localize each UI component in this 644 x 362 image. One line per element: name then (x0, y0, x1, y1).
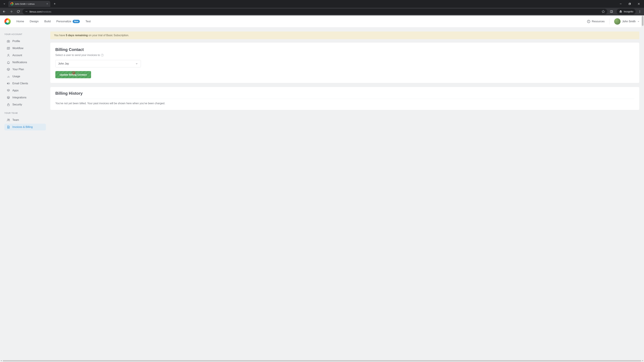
sidebar-item-notifications[interactable]: Notifications (4, 59, 46, 66)
svg-rect-2 (629, 3, 630, 5)
banner-prefix: You have (54, 34, 66, 37)
svg-point-24 (8, 41, 9, 42)
info-icon (587, 20, 590, 23)
site-info-icon[interactable] (25, 10, 28, 13)
minimize-button[interactable] (617, 1, 624, 6)
sidebar-item-team[interactable]: Team (4, 117, 46, 123)
bell-icon (7, 61, 10, 64)
bookmark-star-icon[interactable] (602, 10, 605, 13)
tab-bar: John Smith > Litmus × + (0, 0, 644, 8)
url-bar[interactable]: litmus.com/invoices (22, 9, 607, 14)
user-menu[interactable]: John Smith (614, 18, 640, 25)
chevron-down-icon (135, 62, 138, 65)
svg-marker-11 (602, 10, 605, 13)
sidebar-item-label: Workflow (12, 47, 24, 50)
svg-point-8 (26, 11, 26, 12)
side-panel-icon[interactable] (608, 9, 614, 14)
sidebar: YOUR ACCOUNT Profile Workflow Account No… (0, 27, 50, 360)
trial-banner: You have 5 days remaining on your trial … (50, 31, 639, 39)
sidebar-item-label: Your Plan (12, 68, 24, 71)
svg-marker-35 (7, 89, 10, 91)
sidebar-item-apps[interactable]: Apps (4, 87, 46, 94)
avatar (614, 18, 620, 25)
forward-button[interactable] (8, 9, 14, 14)
sidebar-item-label: Security (12, 103, 22, 106)
sidebar-item-security[interactable]: Security (4, 101, 46, 108)
sidebar-item-your-plan[interactable]: Your Plan (4, 66, 46, 73)
incognito-icon (619, 10, 622, 13)
resources-link[interactable]: Resources (587, 20, 604, 23)
bar-chart-icon (7, 75, 10, 78)
update-billing-contact-button[interactable]: Update Billing Contact (55, 71, 91, 78)
camera-icon (7, 39, 10, 43)
svg-rect-37 (8, 104, 10, 106)
sidebar-item-profile[interactable]: Profile (4, 38, 46, 44)
nav-personalize[interactable]: Personalize New (56, 20, 80, 23)
sidebar-item-label: Invoices & Billing (12, 125, 33, 129)
svg-marker-36 (7, 96, 10, 98)
box-icon (7, 68, 10, 71)
sidebar-item-email-clients[interactable]: Email Clients (4, 80, 46, 87)
vertical-scrollbar[interactable] (641, 15, 644, 360)
nav-build[interactable]: Build (44, 20, 51, 23)
sidebar-item-account[interactable]: Account (4, 52, 46, 59)
chrome-menu-icon[interactable] (637, 9, 643, 14)
user-name-label: John Smith (622, 20, 636, 23)
app-nav: Home Design Build Personalize New Test (16, 20, 91, 23)
badge-new: New (72, 20, 80, 23)
svg-rect-12 (610, 10, 613, 12)
user-icon (7, 54, 10, 57)
svg-point-15 (620, 12, 620, 13)
toggle-icon (7, 82, 10, 85)
billing-contact-card: Billing Contact Select a user to send yo… (50, 42, 639, 83)
svg-rect-14 (620, 11, 622, 11)
sidebar-group-account: YOUR ACCOUNT (4, 33, 46, 35)
tab-search-dropdown[interactable] (1, 1, 8, 7)
billing-history-title: Billing History (55, 91, 634, 96)
svg-point-20 (640, 12, 640, 13)
incognito-badge[interactable]: Incognito (617, 9, 636, 14)
page-viewport: Home Design Build Personalize New Test R… (0, 15, 644, 360)
incognito-label: Incognito (624, 10, 633, 13)
layers-icon (7, 96, 10, 99)
tab-favicon (10, 2, 14, 5)
sidebar-item-label: Account (12, 54, 22, 57)
resources-label: Resources (592, 20, 604, 23)
horizontal-scrollbar[interactable] (0, 360, 644, 362)
tab-close-icon[interactable]: × (46, 2, 48, 5)
app-body: YOUR ACCOUNT Profile Workflow Account No… (0, 27, 644, 360)
billing-contact-select[interactable]: John Jay (55, 60, 141, 67)
help-icon[interactable]: ? (101, 54, 104, 56)
svg-point-16 (621, 12, 622, 13)
svg-point-23 (589, 21, 589, 21)
users-icon (7, 118, 10, 122)
billing-history-card: Billing History You've not yet been bill… (50, 87, 639, 110)
sidebar-item-workflow[interactable]: Workflow (4, 45, 46, 52)
new-tab-button[interactable]: + (52, 1, 57, 6)
chevron-down-icon (637, 20, 640, 23)
banner-suffix: on your trial of Basic Subscription. (88, 34, 129, 37)
back-button[interactable] (1, 9, 7, 14)
billing-contact-subtitle: Select a user to send your invoices to ? (55, 54, 634, 57)
sidebar-group-team: YOUR TEAM (4, 112, 46, 114)
nav-test[interactable]: Test (86, 20, 91, 23)
sidebar-item-usage[interactable]: Usage (4, 73, 46, 80)
nav-home[interactable]: Home (16, 20, 24, 23)
nav-design[interactable]: Design (30, 20, 38, 23)
close-window-button[interactable] (635, 1, 643, 6)
billing-history-body: You've not yet been billed. Your past in… (55, 99, 634, 105)
sidebar-item-integrations[interactable]: Integrations (4, 94, 46, 101)
banner-bold: 5 days remaining (66, 34, 88, 37)
sidebar-item-label: Profile (12, 40, 20, 43)
reload-button[interactable] (16, 9, 21, 14)
maximize-button[interactable] (626, 1, 634, 6)
window-controls (617, 1, 644, 6)
svg-point-19 (640, 11, 640, 12)
header-divider (609, 18, 610, 24)
nav-personalize-label: Personalize (56, 20, 71, 23)
svg-point-38 (8, 119, 8, 120)
litmus-logo[interactable] (4, 18, 11, 25)
browser-tab[interactable]: John Smith > Litmus × (8, 1, 50, 7)
sidebar-item-label: Email Clients (12, 82, 28, 85)
sidebar-item-invoices[interactable]: Invoices & Billing (4, 124, 46, 130)
